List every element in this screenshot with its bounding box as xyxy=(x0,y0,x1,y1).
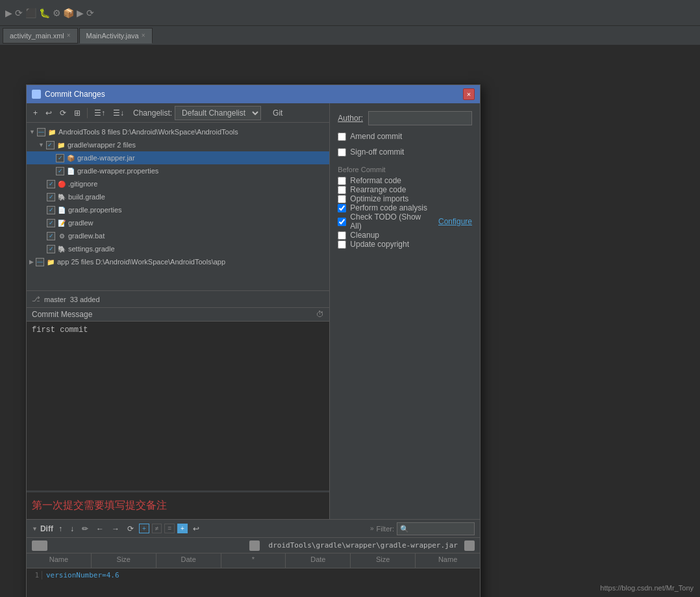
author-label: Author: xyxy=(338,114,363,123)
dialog-title: Commit Changes xyxy=(45,90,105,99)
diff-expand-icon[interactable]: ▼ xyxy=(32,526,38,532)
tree-label-app: app 25 files D:\Android\WorkSpace\Androi… xyxy=(57,258,225,266)
tab-main-activity[interactable]: MainActivity.java × xyxy=(79,28,153,44)
tree-label-jar: gradle-wrapper.jar xyxy=(77,154,135,162)
author-input[interactable] xyxy=(368,111,472,125)
cleanup-row[interactable]: Cleanup xyxy=(338,231,472,240)
git-tab[interactable]: Git xyxy=(269,107,286,119)
checkbox-gradlew[interactable]: ✓ xyxy=(47,219,55,227)
add-btn[interactable]: + xyxy=(31,107,40,119)
filter-label: Filter: xyxy=(377,525,395,533)
diff-column-headers: Name Size Date * Date Size Name xyxy=(27,553,480,568)
col-header-size-left: Size xyxy=(92,553,156,568)
tree-label-androidtools: AndroidTools 8 files D:\Android\WorkSpac… xyxy=(58,128,238,136)
settings-gradle-icon: 🐘 xyxy=(57,244,66,253)
signoff-commit-checkbox[interactable] xyxy=(338,148,346,157)
amend-commit-checkbox[interactable] xyxy=(338,133,346,141)
changelist-select[interactable]: Default Changelist xyxy=(175,106,261,120)
check-todo-row[interactable]: Check TODO (Show All) Configure xyxy=(338,212,472,231)
rearrange-code-checkbox[interactable] xyxy=(338,186,346,194)
tree-label-gradle-props: gradle.properties xyxy=(68,206,122,214)
filter-arrows: » xyxy=(370,525,374,532)
changelist-label: Changelist: xyxy=(133,108,172,118)
rearrange-code-row[interactable]: Rearrange code xyxy=(338,185,472,194)
tree-item-gradlew-bat[interactable]: ✓ ⚙ gradlew.bat xyxy=(27,229,329,242)
check-todo-checkbox[interactable] xyxy=(338,218,346,226)
path-folder-icon-right xyxy=(249,540,260,551)
branch-name: master xyxy=(44,296,66,303)
diff-up-btn[interactable]: ↑ xyxy=(56,523,65,535)
tab-activity-main[interactable]: activity_main.xml × xyxy=(3,28,78,44)
reformat-code-row[interactable]: Reformat code xyxy=(338,176,472,185)
group-btn[interactable]: ⊞ xyxy=(71,107,83,119)
checkbox-props[interactable]: ✓ xyxy=(56,167,64,175)
diff-left-btn[interactable]: ← xyxy=(94,523,106,535)
before-commit-section: Before Commit Reformat code Rearrange co… xyxy=(338,163,472,249)
path-settings-icon xyxy=(464,540,475,551)
checkbox-build-gradle[interactable]: ✓ xyxy=(47,193,55,201)
tree-item-settings-gradle[interactable]: ✓ 🐘 settings.gradle xyxy=(27,242,329,255)
filter-input[interactable] xyxy=(397,522,475,535)
tree-item-gradlew[interactable]: ✓ 📝 gradlew xyxy=(27,216,329,229)
author-row: Author: xyxy=(338,111,472,125)
commit-message-area: Commit Message ⏱ first commit 第一次提交需要填写提… xyxy=(27,307,329,519)
checkbox-gradle-wrapper[interactable]: ✓ xyxy=(46,141,55,149)
tree-item-gradle-props[interactable]: ✓ 📄 gradle.properties xyxy=(27,203,329,216)
tree-item-androidtools[interactable]: ▼ — 📁 AndroidTools 8 files D:\Android\Wo… xyxy=(27,125,329,138)
cleanup-checkbox[interactable] xyxy=(338,231,346,240)
diff-eq-icon: = xyxy=(164,524,175,533)
checkbox-settings-gradle[interactable]: ✓ xyxy=(47,245,55,253)
diff-down-btn[interactable]: ↓ xyxy=(68,523,77,535)
refresh-btn[interactable]: ⟳ xyxy=(57,107,69,119)
signoff-commit-row[interactable]: Sign-off commit xyxy=(338,147,472,157)
tree-item-build-gradle[interactable]: ✓ 🐘 build.gradle xyxy=(27,190,329,203)
amend-commit-row[interactable]: Amend commit xyxy=(338,132,472,141)
expand-icon: ▼ xyxy=(29,129,35,135)
diff-revert-btn[interactable]: ↩ xyxy=(190,523,202,535)
update-copyright-row[interactable]: Update copyright xyxy=(338,240,472,249)
left-panel: + ↩ ⟳ ⊞ ☰↑ ☰↓ Changelist: Default Change… xyxy=(27,103,330,519)
update-copyright-checkbox[interactable] xyxy=(338,240,346,249)
tree-item-gradle-wrapper[interactable]: ▼ ✓ 📁 gradle\wrapper 2 files xyxy=(27,138,329,151)
bat-icon: ⚙ xyxy=(57,231,66,240)
optimize-imports-checkbox[interactable] xyxy=(338,195,346,203)
checkbox-gitignore[interactable]: ✓ xyxy=(47,180,55,188)
checkbox-gradlew-bat[interactable]: ✓ xyxy=(47,232,55,240)
diff-right-btn[interactable]: → xyxy=(109,523,122,535)
checkbox-gradle-props[interactable]: ✓ xyxy=(47,206,55,214)
move-up-btn[interactable]: ☰↑ xyxy=(92,107,108,119)
optimize-imports-row[interactable]: Optimize imports xyxy=(338,194,472,203)
gradle-icon: 🐘 xyxy=(57,192,66,201)
undo-btn[interactable]: ↩ xyxy=(43,107,55,119)
perform-analysis-row[interactable]: Perform code analysis xyxy=(338,203,472,212)
col-header-date-right: Date xyxy=(286,553,351,568)
commit-msg-label: Commit Message xyxy=(32,310,92,319)
diff-add-icon: + xyxy=(139,524,149,533)
tree-item-gitignore[interactable]: ✓ 🔴 .gitignore xyxy=(27,177,329,190)
toolbar-icons: ▶ ⟳ ⬛ 🐛 ⚙ 📦 ▶ ⟳ xyxy=(5,8,94,18)
checkbox-jar[interactable]: ✓ xyxy=(56,154,64,162)
expand-icon-2: ▼ xyxy=(38,142,44,148)
tree-item-gradle-wrapper-jar[interactable]: ✓ 📦 gradle-wrapper.jar xyxy=(27,151,329,164)
diff-path-right: droidTools\gradle\wrapper\gradle-wrapper… xyxy=(264,541,458,550)
diff-edit-btn[interactable]: ✏ xyxy=(79,523,91,535)
site-credit: https://blog.csdn.net/Mr_Tony xyxy=(600,584,694,592)
close-button[interactable]: × xyxy=(463,88,475,100)
move-down-btn[interactable]: ☰↓ xyxy=(110,107,127,119)
configure-link[interactable]: Configure xyxy=(438,217,472,226)
tree-item-app[interactable]: ▶ — 📁 app 25 files D:\Android\WorkSpace\… xyxy=(27,255,329,268)
check-todo-label: Check TODO (Show All) xyxy=(350,212,428,231)
diff-refresh-btn[interactable]: ⟳ xyxy=(125,523,136,535)
checkbox-app[interactable]: — xyxy=(36,258,44,266)
commit-msg-header: Commit Message ⏱ xyxy=(27,308,329,322)
file-tree: ▼ — 📁 AndroidTools 8 files D:\Android\Wo… xyxy=(27,123,329,290)
checkbox-androidtools[interactable]: — xyxy=(37,128,45,136)
commit-msg-input[interactable]: first commit xyxy=(27,322,329,490)
history-icon[interactable]: ⏱ xyxy=(316,310,324,319)
reformat-code-checkbox[interactable] xyxy=(338,177,346,185)
tab-close-icon-2[interactable]: × xyxy=(142,32,145,39)
tab-close-icon[interactable]: × xyxy=(67,32,71,39)
perform-analysis-checkbox[interactable] xyxy=(338,204,346,212)
main-area: Commit Changes × + ↩ ⟳ ⊞ ☰↑ ☰↓ Changelis… xyxy=(0,45,700,597)
tree-item-gradle-wrapper-props[interactable]: ✓ 📄 gradle-wrapper.properties xyxy=(27,164,329,177)
